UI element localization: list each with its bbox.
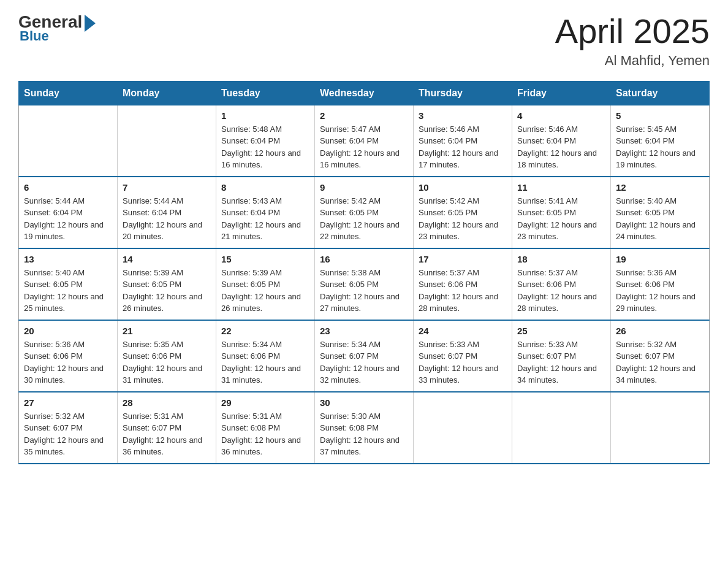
calendar-cell (414, 392, 512, 464)
calendar-cell: 7Sunrise: 5:44 AM Sunset: 6:04 PM Daylig… (118, 177, 216, 248)
day-info: Sunrise: 5:40 AM Sunset: 6:05 PM Dayligh… (24, 267, 112, 315)
day-info: Sunrise: 5:44 AM Sunset: 6:04 PM Dayligh… (24, 195, 112, 243)
calendar-table: SundayMondayTuesdayWednesdayThursdayFrid… (18, 81, 710, 464)
calendar-cell (118, 105, 216, 177)
calendar-cell: 3Sunrise: 5:46 AM Sunset: 6:04 PM Daylig… (414, 105, 512, 177)
day-number: 25 (517, 326, 605, 336)
calendar-week-row: 13Sunrise: 5:40 AM Sunset: 6:05 PM Dayli… (19, 248, 710, 320)
day-number: 23 (320, 326, 408, 336)
calendar-cell: 2Sunrise: 5:47 AM Sunset: 6:04 PM Daylig… (315, 105, 414, 177)
calendar-week-row: 20Sunrise: 5:36 AM Sunset: 6:06 PM Dayli… (19, 320, 710, 392)
day-number: 18 (517, 254, 605, 264)
calendar-cell: 26Sunrise: 5:32 AM Sunset: 6:07 PM Dayli… (611, 320, 710, 392)
calendar-cell: 27Sunrise: 5:32 AM Sunset: 6:07 PM Dayli… (19, 392, 118, 464)
day-number: 13 (24, 254, 112, 264)
day-info: Sunrise: 5:33 AM Sunset: 6:07 PM Dayligh… (517, 339, 605, 386)
day-info: Sunrise: 5:45 AM Sunset: 6:04 PM Dayligh… (616, 123, 704, 171)
day-info: Sunrise: 5:48 AM Sunset: 6:04 PM Dayligh… (221, 123, 309, 171)
day-number: 7 (123, 182, 211, 193)
day-info: Sunrise: 5:31 AM Sunset: 6:07 PM Dayligh… (123, 410, 211, 458)
day-info: Sunrise: 5:32 AM Sunset: 6:07 PM Dayligh… (616, 339, 704, 386)
day-info: Sunrise: 5:42 AM Sunset: 6:05 PM Dayligh… (320, 195, 408, 243)
header-tuesday: Tuesday (216, 81, 315, 105)
header-wednesday: Wednesday (315, 81, 414, 105)
month-title: April 2025 (555, 12, 710, 50)
day-number: 24 (419, 326, 507, 336)
logo-arrow-icon (85, 15, 96, 32)
day-number: 6 (24, 182, 112, 193)
calendar-cell: 17Sunrise: 5:37 AM Sunset: 6:06 PM Dayli… (414, 248, 512, 320)
calendar-cell: 29Sunrise: 5:31 AM Sunset: 6:08 PM Dayli… (216, 392, 315, 464)
day-number: 28 (123, 397, 211, 408)
day-number: 12 (616, 182, 704, 193)
calendar-cell: 10Sunrise: 5:42 AM Sunset: 6:05 PM Dayli… (414, 177, 512, 248)
calendar-week-row: 27Sunrise: 5:32 AM Sunset: 6:07 PM Dayli… (19, 392, 710, 464)
day-info: Sunrise: 5:31 AM Sunset: 6:08 PM Dayligh… (221, 410, 309, 458)
day-info: Sunrise: 5:40 AM Sunset: 6:05 PM Dayligh… (616, 195, 704, 243)
calendar-cell: 9Sunrise: 5:42 AM Sunset: 6:05 PM Daylig… (315, 177, 414, 248)
day-number: 27 (24, 397, 112, 408)
calendar-cell: 21Sunrise: 5:35 AM Sunset: 6:06 PM Dayli… (118, 320, 216, 392)
day-number: 5 (616, 110, 704, 121)
day-info: Sunrise: 5:46 AM Sunset: 6:04 PM Dayligh… (419, 123, 507, 171)
day-info: Sunrise: 5:42 AM Sunset: 6:05 PM Dayligh… (419, 195, 507, 243)
day-info: Sunrise: 5:41 AM Sunset: 6:05 PM Dayligh… (517, 195, 605, 243)
day-info: Sunrise: 5:37 AM Sunset: 6:06 PM Dayligh… (517, 267, 605, 315)
calendar-cell: 22Sunrise: 5:34 AM Sunset: 6:06 PM Dayli… (216, 320, 315, 392)
header-monday: Monday (118, 81, 216, 105)
calendar-cell: 18Sunrise: 5:37 AM Sunset: 6:06 PM Dayli… (512, 248, 611, 320)
calendar-cell: 13Sunrise: 5:40 AM Sunset: 6:05 PM Dayli… (19, 248, 118, 320)
day-number: 4 (517, 110, 605, 121)
day-info: Sunrise: 5:30 AM Sunset: 6:08 PM Dayligh… (320, 410, 408, 458)
header-saturday: Saturday (611, 81, 710, 105)
logo: General Blue (18, 12, 96, 44)
day-number: 22 (221, 326, 309, 336)
day-number: 2 (320, 110, 408, 121)
day-number: 30 (320, 397, 408, 408)
day-number: 21 (123, 326, 211, 336)
day-info: Sunrise: 5:36 AM Sunset: 6:06 PM Dayligh… (24, 339, 112, 386)
calendar-cell: 4Sunrise: 5:46 AM Sunset: 6:04 PM Daylig… (512, 105, 611, 177)
page-header: General Blue April 2025 Al Mahfid, Yemen (18, 12, 710, 69)
calendar-week-row: 6Sunrise: 5:44 AM Sunset: 6:04 PM Daylig… (19, 177, 710, 248)
calendar-cell: 20Sunrise: 5:36 AM Sunset: 6:06 PM Dayli… (19, 320, 118, 392)
calendar-cell: 19Sunrise: 5:36 AM Sunset: 6:06 PM Dayli… (611, 248, 710, 320)
calendar-cell: 16Sunrise: 5:38 AM Sunset: 6:05 PM Dayli… (315, 248, 414, 320)
logo-blue-text: Blue (20, 28, 49, 44)
day-info: Sunrise: 5:44 AM Sunset: 6:04 PM Dayligh… (123, 195, 211, 243)
day-number: 20 (24, 326, 112, 336)
title-section: April 2025 Al Mahfid, Yemen (555, 12, 710, 69)
day-info: Sunrise: 5:39 AM Sunset: 6:05 PM Dayligh… (123, 267, 211, 315)
calendar-cell: 11Sunrise: 5:41 AM Sunset: 6:05 PM Dayli… (512, 177, 611, 248)
day-info: Sunrise: 5:47 AM Sunset: 6:04 PM Dayligh… (320, 123, 408, 171)
day-number: 16 (320, 254, 408, 264)
calendar-cell: 24Sunrise: 5:33 AM Sunset: 6:07 PM Dayli… (414, 320, 512, 392)
calendar-cell: 6Sunrise: 5:44 AM Sunset: 6:04 PM Daylig… (19, 177, 118, 248)
day-number: 19 (616, 254, 704, 264)
calendar-cell: 14Sunrise: 5:39 AM Sunset: 6:05 PM Dayli… (118, 248, 216, 320)
calendar-cell: 30Sunrise: 5:30 AM Sunset: 6:08 PM Dayli… (315, 392, 414, 464)
calendar-cell: 12Sunrise: 5:40 AM Sunset: 6:05 PM Dayli… (611, 177, 710, 248)
calendar-cell (611, 392, 710, 464)
calendar-cell: 8Sunrise: 5:43 AM Sunset: 6:04 PM Daylig… (216, 177, 315, 248)
header-sunday: Sunday (19, 81, 118, 105)
day-number: 14 (123, 254, 211, 264)
day-number: 1 (221, 110, 309, 121)
day-info: Sunrise: 5:36 AM Sunset: 6:06 PM Dayligh… (616, 267, 704, 315)
day-info: Sunrise: 5:34 AM Sunset: 6:07 PM Dayligh… (320, 339, 408, 386)
header-friday: Friday (512, 81, 611, 105)
calendar-cell: 23Sunrise: 5:34 AM Sunset: 6:07 PM Dayli… (315, 320, 414, 392)
day-number: 17 (419, 254, 507, 264)
day-number: 29 (221, 397, 309, 408)
calendar-cell: 1Sunrise: 5:48 AM Sunset: 6:04 PM Daylig… (216, 105, 315, 177)
day-info: Sunrise: 5:34 AM Sunset: 6:06 PM Dayligh… (221, 339, 309, 386)
calendar-week-row: 1Sunrise: 5:48 AM Sunset: 6:04 PM Daylig… (19, 105, 710, 177)
day-number: 8 (221, 182, 309, 193)
day-info: Sunrise: 5:38 AM Sunset: 6:05 PM Dayligh… (320, 267, 408, 315)
location-text: Al Mahfid, Yemen (555, 53, 710, 69)
calendar-cell: 15Sunrise: 5:39 AM Sunset: 6:05 PM Dayli… (216, 248, 315, 320)
day-info: Sunrise: 5:33 AM Sunset: 6:07 PM Dayligh… (419, 339, 507, 386)
day-info: Sunrise: 5:39 AM Sunset: 6:05 PM Dayligh… (221, 267, 309, 315)
calendar-cell: 5Sunrise: 5:45 AM Sunset: 6:04 PM Daylig… (611, 105, 710, 177)
calendar-cell (512, 392, 611, 464)
